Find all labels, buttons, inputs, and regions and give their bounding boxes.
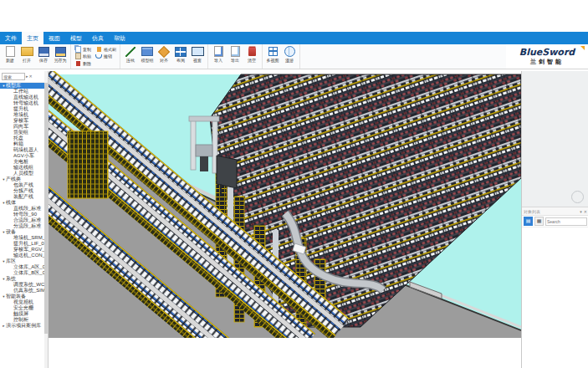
tree-item[interactable]: ▾ 库区 — [0, 258, 44, 264]
ribbon-tab[interactable]: 帮助 — [109, 32, 130, 44]
grid-view-button[interactable]: ▦ — [534, 217, 544, 226]
tree-item[interactable]: 人员模型 — [0, 171, 44, 176]
tree-item[interactable]: 安全光栅 — [0, 305, 44, 311]
ribbon-button[interactable]: 漫游 — [281, 45, 298, 68]
tree-item[interactable]: 装配产线 — [0, 194, 44, 200]
3d-viewport[interactable] — [49, 71, 521, 368]
tree-item[interactable]: ▸ 演示项目案例库 — [0, 323, 44, 329]
tree-item-label: 产线类 — [6, 176, 21, 182]
ribbon-button-icon — [37, 45, 50, 58]
ribbon-button[interactable]: 格式刷 — [95, 47, 117, 53]
tree-item[interactable]: 货架组 — [0, 130, 44, 135]
rack-end-scaffold[interactable] — [68, 131, 108, 198]
tree-item-label: 立体库_A区_01 — [13, 264, 44, 270]
object-list[interactable] — [522, 227, 588, 368]
ribbon-button[interactable]: 导出 — [227, 45, 243, 68]
tree-item[interactable]: AGV小车 — [0, 153, 44, 159]
ribbon-button[interactable]: 另存为 — [52, 45, 69, 68]
tree-item[interactable]: 视觉相机 — [0, 299, 44, 305]
tree-item[interactable]: 合流段_标准 — [0, 217, 44, 223]
ribbon-toolbar: 新建 打开 保存 另存为 — [0, 44, 588, 69]
tree-item[interactable]: 充电桩 — [0, 159, 44, 165]
ribbon-button-label: 保存 — [39, 58, 48, 64]
tree-item[interactable]: 堆垛机_SRM_01 — [0, 235, 44, 241]
tree-item[interactable]: 立体库_B区_02 — [0, 270, 44, 276]
tree-item[interactable]: 转弯输送机 — [0, 100, 44, 106]
tree-item[interactable]: 堆垛机 — [0, 112, 44, 118]
ribbon-button[interactable]: 视窗 — [189, 45, 206, 68]
tree-item[interactable]: 转弯段_90 — [0, 212, 44, 217]
panel-close-button[interactable]: ✕ — [29, 74, 33, 79]
tree-item-label: 托盘 — [13, 135, 23, 141]
tree-item-label: 库区 — [6, 258, 16, 264]
ribbon-tab[interactable]: 仿真 — [87, 32, 109, 44]
list-view-button[interactable]: ▤ — [524, 217, 533, 226]
tree-item[interactable]: 输送机_CON_04 — [0, 253, 44, 258]
ribbon-tab[interactable]: 主页 — [22, 32, 43, 44]
tree-item[interactable]: 穿梭车_RGV_03 — [0, 247, 44, 253]
tree-item[interactable]: 控制柜 — [0, 317, 44, 323]
tree-item-label: 堆垛机_SRM_01 — [13, 235, 44, 241]
tree-item[interactable]: 分流段_标准 — [0, 223, 44, 229]
ribbon-button[interactable]: 模型组 — [139, 45, 156, 68]
ribbon-button-icon — [74, 47, 81, 53]
tree-expand-all-button[interactable]: ▸ — [26, 74, 28, 79]
tree-item[interactable]: ▾ 线体 — [0, 200, 44, 206]
ribbon-button[interactable]: 删除 — [74, 60, 92, 66]
tree-item[interactable]: 穿梭车 — [0, 118, 44, 124]
tree-item[interactable]: 工作站 — [0, 89, 44, 95]
tree-item-label: 设备 — [6, 229, 16, 235]
ribbon-tab[interactable]: 文件 — [0, 32, 22, 44]
tree-item[interactable]: 码垛机器人 — [0, 147, 44, 153]
tree-item[interactable]: 提升机 — [0, 106, 44, 112]
tree-item-label: 码垛机器人 — [13, 147, 38, 153]
tree-item-label: 仿真系统_SIM — [13, 288, 44, 294]
tree-item-label: 合流段_标准 — [13, 217, 41, 223]
ribbon-button[interactable]: 复制 — [74, 47, 92, 53]
ribbon-group-io: 导入 导出 清空 — [208, 44, 263, 69]
tree-item[interactable]: 包装产线 — [0, 182, 44, 188]
tree-item[interactable]: 提升机_LIF_02 — [0, 241, 44, 247]
ribbon-button[interactable]: 粘贴 — [74, 54, 92, 59]
ribbon-button[interactable]: 撤销 — [95, 54, 117, 59]
tree-item[interactable]: ▾ 模型库 — [0, 83, 44, 89]
ribbon-button-icon — [74, 60, 81, 66]
ribbon-button[interactable]: 多视图 — [264, 45, 281, 68]
ribbon-button[interactable]: 连线 — [122, 45, 139, 68]
tree-item[interactable]: 直线输送机 — [0, 95, 44, 100]
tree-item[interactable]: 四向车 — [0, 124, 44, 130]
tree-item[interactable]: 调度系统_WCS — [0, 282, 44, 288]
tree-item[interactable]: 触摸屏 — [0, 311, 44, 317]
ribbon-button[interactable]: 打开 — [18, 45, 35, 68]
tree-item-label: 包装产线 — [13, 182, 33, 188]
ribbon-button[interactable]: 保存 — [35, 45, 52, 68]
ribbon-button[interactable]: 清空 — [243, 45, 260, 68]
ribbon-tab[interactable]: 视图 — [43, 32, 65, 44]
tree-item[interactable]: ▾ 产线类 — [0, 176, 44, 182]
tree-item-label: 提升机_LIF_02 — [13, 241, 44, 247]
ribbon-button[interactable]: 导入 — [210, 45, 227, 68]
tree-scrollbar[interactable] — [44, 71, 48, 368]
3d-scene-canvas[interactable] — [49, 71, 521, 338]
object-search-input[interactable] — [545, 217, 587, 226]
dock-menu-button[interactable]: ▾ — [580, 209, 582, 214]
tree-item[interactable]: 直线段_标准 — [0, 206, 44, 212]
ribbon-button[interactable]: 对齐 — [156, 45, 172, 68]
ribbon-button-icon — [95, 47, 102, 53]
tree-item[interactable]: 料箱 — [0, 141, 44, 147]
ribbon-button[interactable]: 布局 — [172, 45, 189, 68]
tree-item[interactable]: 输送线组 — [0, 165, 44, 171]
ribbon-button-icon — [266, 45, 279, 58]
tree-item[interactable]: 分拣产线 — [0, 188, 44, 194]
ribbon-button[interactable]: 新建 — [2, 45, 18, 68]
ribbon-tab[interactable]: 模型 — [65, 32, 87, 44]
tree-item[interactable]: 托盘 — [0, 135, 44, 141]
tree-scrollbar-thumb[interactable] — [44, 83, 48, 334]
tree-item[interactable]: ▾ 智能装备 — [0, 294, 44, 299]
tree-item[interactable]: 仿真系统_SIM — [0, 288, 44, 294]
tree-item[interactable]: 立体库_A区_01 — [0, 264, 44, 270]
dock-close-button[interactable]: ✕ — [584, 209, 587, 214]
tree-item[interactable]: ▾ 设备 — [0, 229, 44, 235]
tree-search-input[interactable] — [2, 73, 25, 80]
tree-item[interactable]: ▾ 系统 — [0, 276, 44, 282]
